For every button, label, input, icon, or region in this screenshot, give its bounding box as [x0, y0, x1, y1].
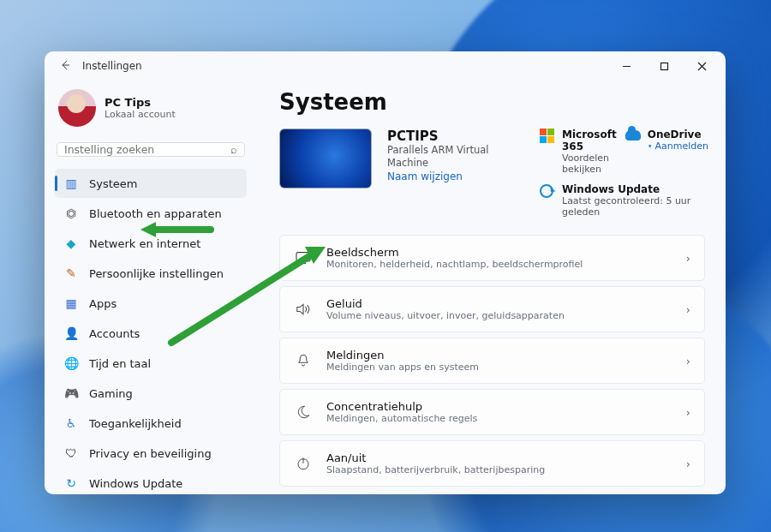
chevron-right-icon: › [686, 303, 690, 316]
profile-name: PC Tips [105, 96, 176, 109]
setting-sub: Meldingen van apps en systeem [326, 362, 672, 373]
brush-icon: ✎ [63, 266, 79, 280]
accessibility-icon: ♿ [63, 416, 79, 430]
avatar [58, 89, 96, 127]
back-button[interactable] [53, 59, 77, 74]
setting-title: Meldingen [326, 349, 672, 362]
maximize-button[interactable] [645, 54, 683, 78]
close-button[interactable] [683, 54, 720, 78]
chevron-right-icon: › [686, 252, 690, 265]
chevron-right-icon: › [686, 406, 690, 419]
display-icon [294, 251, 313, 265]
sidebar-item-label: Gaming [89, 387, 133, 400]
search-icon: ⌕ [230, 143, 237, 156]
setting-title: Geluid [326, 297, 672, 310]
onedrive-icon [625, 130, 641, 140]
sidebar-item-apps[interactable]: ▦ Apps [55, 289, 247, 318]
card-onedrive[interactable]: OneDrive •Aanmelden [625, 129, 708, 175]
card-windows-update[interactable]: Windows Update Laatst gecontroleerd: 5 u… [540, 183, 708, 218]
onedrive-title: OneDrive [648, 129, 708, 140]
m365-title: Microsoft 365 [562, 129, 617, 152]
maximize-icon [660, 62, 669, 71]
setting-sound[interactable]: Geluid Volume niveaus, uitvoer, invoer, … [279, 286, 705, 332]
setting-title: Aan/uit [326, 451, 672, 464]
sidebar-item-label: Tijd en taal [89, 357, 151, 370]
pc-model: Parallels ARM Virtual Machine [387, 144, 524, 170]
sidebar: PC Tips Lokaal account ⌕ ▥ Systeem ⏣ Blu… [45, 81, 257, 494]
sidebar-nav: ▥ Systeem ⏣ Bluetooth en apparaten ◆ Net… [55, 169, 247, 494]
search-input[interactable] [64, 143, 230, 156]
setting-notifications[interactable]: Meldingen Meldingen van apps en systeem … [279, 338, 705, 384]
sidebar-item-accounts[interactable]: 👤 Accounts [55, 319, 247, 348]
window-title: Instellingen [82, 60, 142, 72]
page-title: Systeem [279, 89, 705, 115]
minimize-icon [622, 62, 631, 71]
profile-sub: Lokaal account [105, 109, 176, 120]
sidebar-item-label: Systeem [89, 177, 137, 190]
sidebar-item-label: Toegankelijkheid [89, 417, 182, 430]
sidebar-item-gaming[interactable]: 🎮 Gaming [55, 379, 247, 408]
moon-icon [294, 404, 313, 420]
power-icon [294, 456, 313, 471]
system-icon: ▥ [63, 176, 79, 190]
desktop-thumbnail[interactable] [279, 129, 372, 188]
sidebar-item-accessibility[interactable]: ♿ Toegankelijkheid [55, 409, 247, 438]
setting-focus-assist[interactable]: Concentratiehulp Meldingen, automatische… [279, 389, 705, 435]
microsoft-logo-icon [540, 129, 555, 143]
close-icon [697, 62, 707, 71]
sidebar-item-personalization[interactable]: ✎ Persoonlijke instellingen [55, 259, 247, 288]
sidebar-item-system[interactable]: ▥ Systeem [55, 169, 247, 198]
bluetooth-icon: ⏣ [63, 206, 79, 220]
sidebar-item-bluetooth[interactable]: ⏣ Bluetooth en apparaten [55, 199, 247, 228]
shield-icon: 🛡 [63, 446, 79, 460]
globe-icon: 🌐 [63, 356, 79, 370]
settings-window: Instellingen PC Tips Lokaal account ⌕ [45, 51, 726, 494]
profile-block[interactable]: PC Tips Lokaal account [55, 86, 247, 137]
system-hero: PCTIPS Parallels ARM Virtual Machine Naa… [279, 129, 705, 218]
person-icon: 👤 [63, 326, 79, 340]
sidebar-item-label: Windows Update [89, 477, 182, 490]
bell-icon [294, 353, 313, 368]
apps-icon: ▦ [63, 296, 79, 310]
settings-list: Beeldscherm Monitoren, helderheid, nacht… [279, 235, 705, 487]
titlebar: Instellingen [45, 51, 726, 81]
minimize-button[interactable] [607, 54, 645, 78]
sidebar-item-label: Netwerk en internet [89, 237, 200, 250]
chevron-right-icon: › [686, 457, 690, 470]
wifi-icon: ◆ [63, 236, 79, 250]
setting-display[interactable]: Beeldscherm Monitoren, helderheid, nacht… [279, 235, 705, 281]
sidebar-item-network[interactable]: ◆ Netwerk en internet [55, 229, 247, 258]
windows-update-icon [540, 184, 553, 198]
sound-icon [294, 302, 313, 316]
setting-sub: Volume niveaus, uitvoer, invoer, geluids… [326, 310, 672, 321]
arrow-left-icon [59, 59, 71, 71]
setting-sub: Monitoren, helderheid, nachtlamp, beelds… [326, 259, 672, 270]
search-box[interactable]: ⌕ [57, 142, 245, 157]
sidebar-item-windows-update[interactable]: ↻ Windows Update [55, 469, 247, 494]
setting-sub: Slaapstand, batterijverbruik, batterijbe… [326, 464, 672, 475]
m365-sub: Voordelen bekijken [562, 152, 617, 175]
rename-link[interactable]: Naam wijzigen [387, 170, 463, 182]
sidebar-item-label: Privacy en beveiliging [89, 447, 212, 460]
update-icon: ↻ [63, 476, 79, 490]
setting-power[interactable]: Aan/uit Slaapstand, batterijverbruik, ba… [279, 440, 705, 487]
setting-sub: Meldingen, automatische regels [326, 413, 672, 424]
main-panel: Systeem PCTIPS Parallels ARM Virtual Mac… [257, 81, 726, 494]
wu-title: Windows Update [562, 183, 708, 195]
sidebar-item-time[interactable]: 🌐 Tijd en taal [55, 349, 247, 378]
wu-sub: Laatst gecontroleerd: 5 uur geleden [562, 195, 708, 218]
onedrive-link[interactable]: Aanmelden [655, 140, 709, 152]
sidebar-item-label: Bluetooth en apparaten [89, 207, 222, 220]
pc-name: PCTIPS [387, 129, 524, 144]
svg-rect-5 [296, 253, 310, 261]
chevron-right-icon: › [686, 355, 690, 368]
sidebar-item-label: Persoonlijke instellingen [89, 267, 224, 280]
sidebar-item-label: Apps [89, 297, 117, 310]
card-m365[interactable]: Microsoft 365 Voordelen bekijken [540, 129, 617, 175]
sidebar-item-privacy[interactable]: 🛡 Privacy en beveiliging [55, 439, 247, 468]
gamepad-icon: 🎮 [63, 386, 79, 400]
setting-title: Beeldscherm [326, 246, 672, 259]
setting-title: Concentratiehulp [326, 400, 672, 413]
svg-rect-2 [660, 63, 667, 69]
sidebar-item-label: Accounts [89, 327, 140, 340]
